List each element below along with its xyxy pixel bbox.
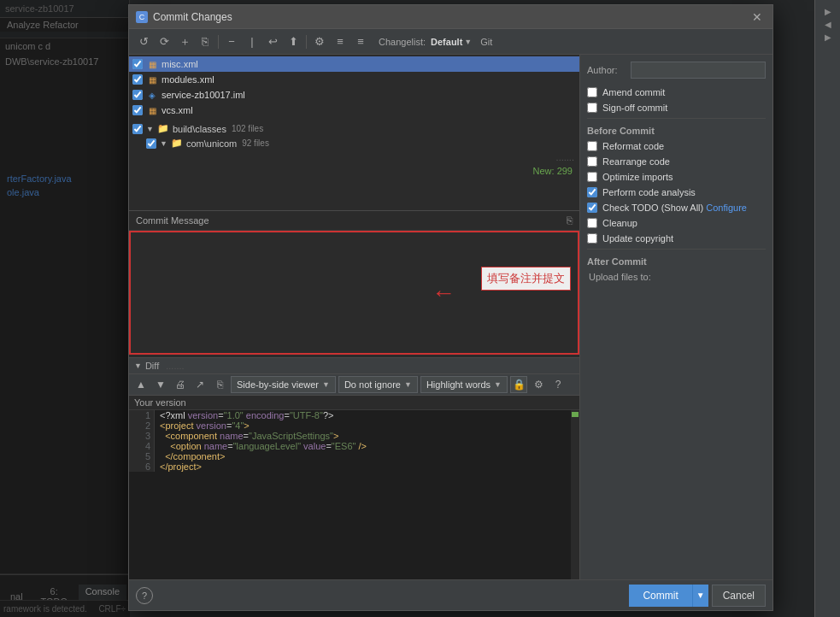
ignore-dropdown[interactable]: Do not ignore ▼ xyxy=(338,376,418,393)
help-button[interactable]: ? xyxy=(136,587,153,604)
file-checkbox-iml[interactable] xyxy=(132,90,143,100)
code-line-4: 4 <option name="languageLevel" value="ES… xyxy=(129,441,579,451)
folder-row-build[interactable]: ▼ 📁 build\classes 102 files xyxy=(129,121,579,136)
line-num-6: 6 xyxy=(129,461,155,472)
file-row-vcs[interactable]: ▦ vcs.xml xyxy=(129,103,579,118)
changelist-dropdown[interactable]: Default ▼ xyxy=(431,37,472,47)
line-num-4: 4 xyxy=(129,441,155,451)
amend-row: Amend commit xyxy=(587,87,766,97)
footer-right: Commit ▼ Cancel xyxy=(629,585,766,607)
line-num-5: 5 xyxy=(129,451,155,461)
scrollbar-gutter xyxy=(571,410,579,579)
close-button[interactable]: ✕ xyxy=(749,9,766,26)
commit-message-input[interactable] xyxy=(129,231,579,355)
changelist-arrow-icon: ▼ xyxy=(464,38,472,46)
diff-code-area: 1 <?xml version="1.0" encoding="UTF-8"?>… xyxy=(129,410,579,579)
toolbar-undo-btn[interactable]: ↩ xyxy=(263,32,282,51)
copyright-checkbox[interactable] xyxy=(587,233,597,244)
diff-copy-btn[interactable]: ⎘ xyxy=(211,376,228,393)
reformat-checkbox[interactable] xyxy=(587,141,597,151)
cancel-button[interactable]: Cancel xyxy=(712,585,766,607)
commit-dropdown-button[interactable]: ▼ xyxy=(692,585,708,607)
diff-down-btn[interactable]: ▼ xyxy=(152,376,169,393)
diff-expand-icon[interactable]: ▼ xyxy=(134,361,142,370)
file-checkbox-misc[interactable] xyxy=(132,59,143,69)
changelist-label: Changelist: xyxy=(379,37,426,47)
ignore-arrow-icon: ▼ xyxy=(404,380,412,389)
toolbar-upload-btn[interactable]: ⬆ xyxy=(284,32,303,51)
diff-jump-btn[interactable]: ↗ xyxy=(191,376,209,393)
toolbar-refresh-btn[interactable]: ↺ xyxy=(134,32,153,51)
diff-up-btn[interactable]: ▲ xyxy=(132,376,150,393)
viewer-dropdown[interactable]: Side-by-side viewer ▼ xyxy=(231,376,336,393)
reformat-row: Reformat code xyxy=(587,141,766,151)
footer-left: ? xyxy=(136,587,153,604)
code-line-3: 3 <component name="JavaScriptSettings"> xyxy=(129,431,579,441)
file-row-misc[interactable]: ▦ misc.xml xyxy=(129,56,579,72)
toolbar-pipe-btn[interactable]: | xyxy=(243,32,261,51)
file-name-misc: misc.xml xyxy=(162,59,198,69)
rearrange-checkbox[interactable] xyxy=(587,156,597,167)
signoff-checkbox[interactable] xyxy=(587,103,597,113)
todo-row: Check TODO (Show All) Configure xyxy=(587,203,766,213)
folder-checkbox-unicom[interactable] xyxy=(146,138,156,149)
diff-print-btn[interactable]: 🖨 xyxy=(172,376,189,393)
file-checkbox-vcs[interactable] xyxy=(132,105,143,115)
line-content-5: </component> xyxy=(155,451,230,461)
copyright-row: Update copyright xyxy=(587,233,766,244)
folder-count-build: 102 files xyxy=(232,124,263,133)
todo-checkbox[interactable] xyxy=(587,203,597,213)
optimize-checkbox[interactable] xyxy=(587,172,597,182)
diff-settings-btn[interactable]: ⚙ xyxy=(530,376,547,393)
highlight-label: Highlight words xyxy=(426,379,490,390)
new-count-container: New: 299 xyxy=(129,164,579,178)
toolbar-copy-btn[interactable]: ⎘ xyxy=(196,32,214,51)
file-row-iml[interactable]: ◈ service-zb10017.iml xyxy=(129,87,579,103)
modal-footer: ? Commit ▼ Cancel xyxy=(129,579,772,610)
commit-btn-group: Commit ▼ xyxy=(629,585,708,607)
iml-icon: ◈ xyxy=(146,89,158,101)
file-name-iml: service-zb10017.iml xyxy=(162,90,245,100)
folder-expand-icon: ▼ xyxy=(146,125,154,133)
toolbar-add-btn[interactable]: ＋ xyxy=(175,32,194,51)
toolbar-update-btn[interactable]: ⟳ xyxy=(155,32,173,51)
ide-right-icon-2[interactable]: ◀ xyxy=(825,20,831,29)
analyze-checkbox[interactable] xyxy=(587,187,597,197)
diff-lock-btn[interactable]: 🔒 xyxy=(510,376,527,393)
xml-icon-vcs: ▦ xyxy=(146,104,158,116)
diff-help-btn[interactable]: ? xyxy=(549,376,567,393)
line-num-3: 3 xyxy=(129,431,155,441)
commit-message-copy-icon[interactable]: ⎘ xyxy=(567,214,573,226)
viewer-label: Side-by-side viewer xyxy=(237,379,319,390)
file-checkbox-modules[interactable] xyxy=(132,74,143,85)
amend-checkbox[interactable] xyxy=(587,87,597,97)
ide-right-icon-3[interactable]: ▶ xyxy=(825,32,831,42)
rearrange-row: Rearrange code xyxy=(587,156,766,167)
ignore-label: Do not ignore xyxy=(344,379,401,390)
cleanup-checkbox[interactable] xyxy=(587,218,597,228)
rearrange-label: Rearrange code xyxy=(602,156,670,167)
folder-row-unicom[interactable]: ▼ 📁 com\unicom 92 files xyxy=(129,136,579,150)
ide-right-icon-1[interactable]: ▶ xyxy=(825,7,831,16)
configure-link[interactable]: Configure xyxy=(706,203,747,213)
commit-dialog: C Commit Changes ✕ ↺ ⟳ ＋ ⎘ − | ↩ ⬆ ⚙ ≡ ≡… xyxy=(128,4,773,611)
toolbar-minus-btn[interactable]: − xyxy=(222,32,241,51)
upload-label: Upload files to: xyxy=(587,272,766,282)
cleanup-label: Cleanup xyxy=(602,218,637,228)
commit-message-section: Commit Message ⎘ ← 填写备注并提文 xyxy=(129,210,579,357)
toolbar-sort2-btn[interactable]: ≡ xyxy=(351,32,370,51)
folder-checkbox-build[interactable] xyxy=(132,124,143,134)
code-line-2: 2 <project version="4"> xyxy=(129,420,579,431)
divider-1 xyxy=(587,118,766,119)
file-row-modules[interactable]: ▦ modules.xml xyxy=(129,72,579,87)
dialog-title: Commit Changes xyxy=(153,11,232,23)
commit-button[interactable]: Commit xyxy=(629,585,691,607)
line-content-1: <?xml version="1.0" encoding="UTF-8"?> xyxy=(155,410,338,420)
toolbar-sort-btn[interactable]: ≡ xyxy=(331,32,350,51)
highlight-dropdown[interactable]: Highlight words ▼ xyxy=(420,376,508,393)
folder-icon-build: 📁 xyxy=(157,123,169,134)
folder-name-build: build\classes xyxy=(173,124,226,134)
diff-section: ▼ Diff ....... ▲ ▼ 🖨 ↗ ⎘ Side-by-side vi… xyxy=(129,357,579,579)
toolbar-gear-btn[interactable]: ⚙ xyxy=(310,32,329,51)
author-input[interactable] xyxy=(631,62,766,79)
